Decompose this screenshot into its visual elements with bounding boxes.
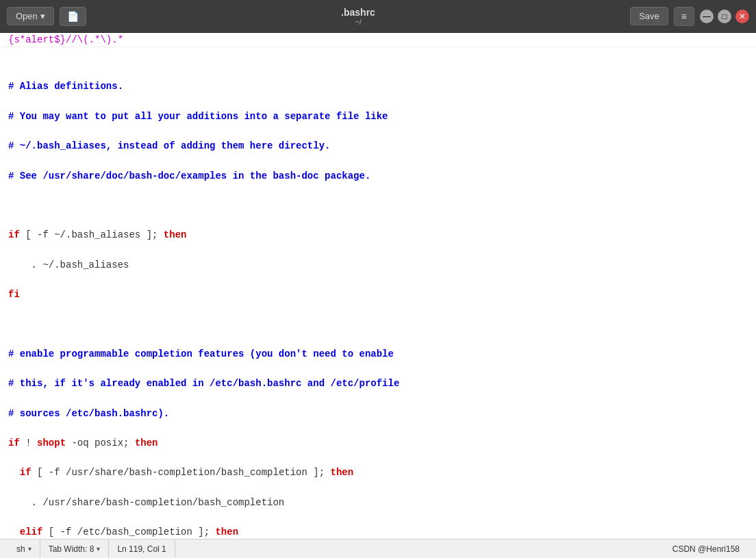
editor[interactable]: {s*alert$}//\(.*\).* # Alias definitions… [0, 33, 756, 539]
close-icon: ✕ [739, 12, 746, 21]
filepath: ~/ [92, 18, 625, 26]
file-icon: 📄 [67, 11, 79, 22]
tab-width-section[interactable]: Tab Width: 8 ▾ [40, 540, 110, 558]
language-label: sh [16, 544, 25, 554]
cursor-position: Ln 119, Col 1 [117, 544, 166, 554]
code-area[interactable]: # Alias definitions. # You may want to p… [0, 47, 756, 539]
maximize-button[interactable]: □ [718, 10, 731, 23]
open-label: Open [16, 11, 38, 21]
close-button[interactable]: ✕ [735, 10, 749, 23]
tab-width-label: Tab Width: 8 [49, 544, 94, 554]
lang-chevron: ▾ [28, 545, 32, 553]
top-partial-line: {s*alert$}//\(.*\).* [0, 33, 756, 47]
statusbar: sh ▾ Tab Width: 8 ▾ Ln 119, Col 1 CSDN @… [0, 539, 756, 558]
top-partial-text: {s*alert$}//\(.*\).* [8, 34, 123, 45]
titlebar: Open ▾ 📄 .bashrc ~/ Save ≡ — □ ✕ [0, 0, 756, 33]
maximize-icon: □ [722, 12, 727, 21]
window-title: .bashrc ~/ [92, 7, 625, 26]
filename: .bashrc [92, 7, 625, 18]
language-section[interactable]: sh ▾ [8, 540, 40, 558]
position-section: Ln 119, Col 1 [109, 540, 175, 558]
menu-button[interactable]: ≡ [674, 7, 694, 26]
watermark-text: CSDN @Henri158 [672, 544, 740, 554]
save-button[interactable]: Save [630, 7, 668, 25]
minimize-button[interactable]: — [700, 10, 714, 23]
open-button[interactable]: Open ▾ [7, 7, 54, 25]
window-controls: — □ ✕ [700, 10, 749, 23]
save-label: Save [639, 11, 659, 21]
tab-chevron: ▾ [97, 545, 100, 553]
file-icon-button[interactable]: 📄 [60, 7, 86, 26]
watermark-section: CSDN @Henri158 [664, 540, 748, 558]
menu-icon: ≡ [681, 11, 687, 22]
minimize-icon: — [703, 12, 711, 21]
open-chevron: ▾ [40, 11, 45, 21]
